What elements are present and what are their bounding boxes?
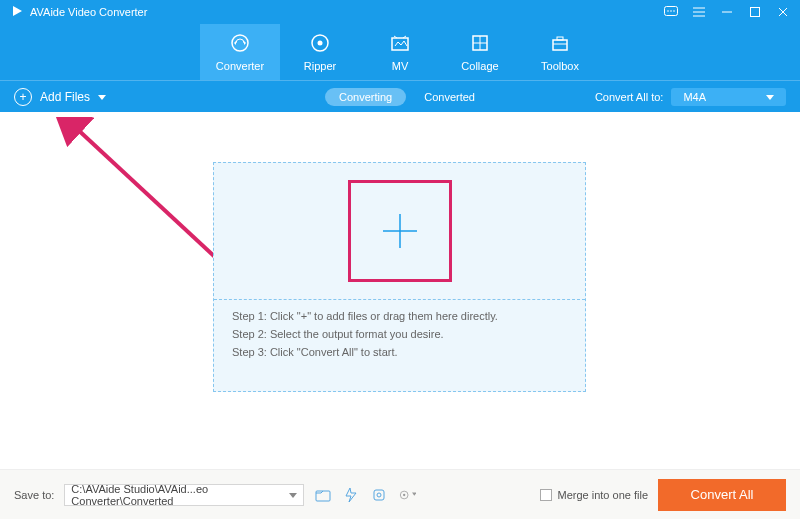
chevron-down-icon — [289, 489, 297, 501]
status-tabs: Converting Converted — [325, 88, 475, 106]
converter-icon — [229, 32, 251, 56]
add-files-plus-button[interactable] — [348, 180, 452, 282]
save-to-label: Save to: — [14, 489, 54, 501]
svg-marker-32 — [289, 493, 297, 498]
convert-all-to-group: Convert All to: M4A — [595, 88, 786, 106]
svg-marker-14 — [234, 41, 236, 45]
instructions: Step 1: Click "+" to add files or drag t… — [214, 299, 585, 391]
add-files-button[interactable]: + Add Files — [14, 88, 106, 106]
feedback-icon[interactable] — [664, 5, 678, 19]
step-3-text: Step 3: Click "Convert All" to start. — [232, 346, 567, 358]
nav-ripper[interactable]: Ripper — [280, 24, 360, 80]
save-path-select[interactable]: C:\AVAide Studio\AVAid...eo Converter\Co… — [64, 484, 304, 506]
svg-point-4 — [673, 10, 675, 12]
main-canvas: Step 1: Click "+" to add files or drag t… — [0, 112, 800, 469]
svg-point-16 — [318, 41, 323, 46]
nav-converter[interactable]: Converter — [200, 24, 280, 80]
minimize-button[interactable] — [720, 5, 734, 19]
svg-rect-23 — [553, 40, 567, 50]
merge-label: Merge into one file — [558, 489, 649, 501]
convert-all-label: Convert All — [691, 487, 754, 502]
nav-label: Toolbox — [541, 60, 579, 72]
svg-marker-0 — [13, 6, 22, 16]
tab-converted[interactable]: Converted — [424, 91, 475, 103]
output-format-select[interactable]: M4A — [671, 88, 786, 106]
footer-bar: Save to: C:\AVAide Studio\AVAid...eo Con… — [0, 469, 800, 519]
svg-point-36 — [377, 493, 381, 497]
merge-checkbox[interactable]: Merge into one file — [540, 489, 649, 501]
step-1-text: Step 1: Click "+" to add files or drag t… — [232, 310, 567, 322]
nav-label: Ripper — [304, 60, 336, 72]
selected-format: M4A — [683, 91, 706, 103]
ripper-icon — [309, 32, 331, 56]
open-folder-icon[interactable] — [314, 486, 332, 504]
svg-marker-34 — [346, 488, 356, 502]
speed-icon[interactable] — [342, 486, 360, 504]
svg-rect-24 — [557, 37, 563, 40]
annotation-arrow — [55, 117, 225, 267]
svg-marker-39 — [412, 493, 417, 496]
main-nav: Converter Ripper MV Collage Toolbox — [0, 24, 800, 80]
checkbox-box-icon — [540, 489, 552, 501]
nav-label: Converter — [216, 60, 264, 72]
secondary-bar: + Add Files Converting Converted Convert… — [0, 80, 800, 112]
maximize-button[interactable] — [748, 5, 762, 19]
svg-rect-35 — [374, 490, 384, 500]
close-button[interactable] — [776, 5, 790, 19]
plus-icon — [379, 210, 421, 252]
mv-icon — [389, 32, 411, 56]
app-logo-icon — [10, 4, 24, 20]
add-files-label: Add Files — [40, 90, 90, 104]
nav-toolbox[interactable]: Toolbox — [520, 24, 600, 80]
plus-circle-icon: + — [14, 88, 32, 106]
toolbox-icon — [549, 32, 571, 56]
titlebar-controls — [664, 5, 790, 19]
drop-area[interactable]: Step 1: Click "+" to add files or drag t… — [213, 162, 586, 392]
gpu-icon[interactable] — [370, 486, 388, 504]
svg-point-3 — [670, 10, 672, 12]
svg-marker-26 — [98, 95, 106, 100]
titlebar-left: AVAide Video Converter — [10, 4, 147, 20]
nav-collage[interactable]: Collage — [440, 24, 520, 80]
svg-marker-13 — [244, 41, 246, 45]
svg-rect-9 — [751, 8, 760, 17]
chevron-down-icon — [98, 90, 106, 104]
footer-tools — [314, 486, 416, 504]
app-title: AVAide Video Converter — [30, 6, 147, 18]
collage-icon — [469, 32, 491, 56]
titlebar: AVAide Video Converter — [0, 0, 800, 24]
svg-marker-27 — [766, 95, 774, 100]
nav-label: Collage — [461, 60, 498, 72]
tab-converting[interactable]: Converting — [325, 88, 406, 106]
svg-point-2 — [667, 10, 669, 12]
settings-icon[interactable] — [398, 486, 416, 504]
step-2-text: Step 2: Select the output format you des… — [232, 328, 567, 340]
nav-label: MV — [392, 60, 409, 72]
convert-all-button[interactable]: Convert All — [658, 479, 786, 511]
convert-all-to-label: Convert All to: — [595, 91, 663, 103]
svg-point-38 — [403, 493, 405, 495]
chevron-down-icon — [766, 91, 774, 103]
menu-icon[interactable] — [692, 5, 706, 19]
drop-plus-zone — [214, 163, 585, 299]
save-path-text: C:\AVAide Studio\AVAid...eo Converter\Co… — [71, 483, 289, 507]
svg-line-29 — [75, 127, 215, 257]
nav-mv[interactable]: MV — [360, 24, 440, 80]
